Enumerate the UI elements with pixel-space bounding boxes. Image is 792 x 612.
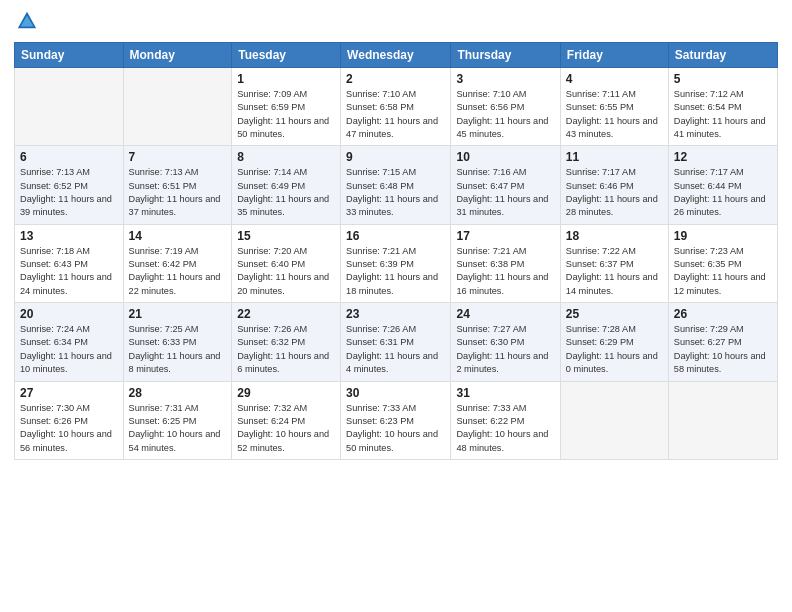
day-number: 22	[237, 307, 335, 321]
day-cell: 1Sunrise: 7:09 AM Sunset: 6:59 PM Daylig…	[232, 68, 341, 146]
day-cell	[560, 381, 668, 459]
day-cell: 9Sunrise: 7:15 AM Sunset: 6:48 PM Daylig…	[341, 146, 451, 224]
week-row-2: 6Sunrise: 7:13 AM Sunset: 6:52 PM Daylig…	[15, 146, 778, 224]
day-number: 26	[674, 307, 772, 321]
day-number: 29	[237, 386, 335, 400]
day-cell: 20Sunrise: 7:24 AM Sunset: 6:34 PM Dayli…	[15, 303, 124, 381]
day-info: Sunrise: 7:17 AM Sunset: 6:44 PM Dayligh…	[674, 166, 772, 219]
day-cell	[668, 381, 777, 459]
day-cell: 8Sunrise: 7:14 AM Sunset: 6:49 PM Daylig…	[232, 146, 341, 224]
day-cell: 21Sunrise: 7:25 AM Sunset: 6:33 PM Dayli…	[123, 303, 232, 381]
day-number: 27	[20, 386, 118, 400]
page: SundayMondayTuesdayWednesdayThursdayFrid…	[0, 0, 792, 612]
day-number: 31	[456, 386, 554, 400]
week-row-5: 27Sunrise: 7:30 AM Sunset: 6:26 PM Dayli…	[15, 381, 778, 459]
day-info: Sunrise: 7:15 AM Sunset: 6:48 PM Dayligh…	[346, 166, 445, 219]
day-number: 14	[129, 229, 227, 243]
day-info: Sunrise: 7:21 AM Sunset: 6:38 PM Dayligh…	[456, 245, 554, 298]
day-info: Sunrise: 7:11 AM Sunset: 6:55 PM Dayligh…	[566, 88, 663, 141]
day-cell: 14Sunrise: 7:19 AM Sunset: 6:42 PM Dayli…	[123, 224, 232, 302]
weekday-header-tuesday: Tuesday	[232, 43, 341, 68]
day-number: 2	[346, 72, 445, 86]
weekday-header-monday: Monday	[123, 43, 232, 68]
day-number: 8	[237, 150, 335, 164]
day-number: 19	[674, 229, 772, 243]
day-cell: 25Sunrise: 7:28 AM Sunset: 6:29 PM Dayli…	[560, 303, 668, 381]
day-number: 30	[346, 386, 445, 400]
day-cell: 27Sunrise: 7:30 AM Sunset: 6:26 PM Dayli…	[15, 381, 124, 459]
day-info: Sunrise: 7:16 AM Sunset: 6:47 PM Dayligh…	[456, 166, 554, 219]
week-row-1: 1Sunrise: 7:09 AM Sunset: 6:59 PM Daylig…	[15, 68, 778, 146]
day-info: Sunrise: 7:12 AM Sunset: 6:54 PM Dayligh…	[674, 88, 772, 141]
day-info: Sunrise: 7:13 AM Sunset: 6:52 PM Dayligh…	[20, 166, 118, 219]
day-info: Sunrise: 7:24 AM Sunset: 6:34 PM Dayligh…	[20, 323, 118, 376]
day-number: 13	[20, 229, 118, 243]
day-number: 21	[129, 307, 227, 321]
day-info: Sunrise: 7:33 AM Sunset: 6:23 PM Dayligh…	[346, 402, 445, 455]
day-cell: 11Sunrise: 7:17 AM Sunset: 6:46 PM Dayli…	[560, 146, 668, 224]
day-info: Sunrise: 7:17 AM Sunset: 6:46 PM Dayligh…	[566, 166, 663, 219]
day-info: Sunrise: 7:23 AM Sunset: 6:35 PM Dayligh…	[674, 245, 772, 298]
day-cell: 24Sunrise: 7:27 AM Sunset: 6:30 PM Dayli…	[451, 303, 560, 381]
day-number: 12	[674, 150, 772, 164]
day-cell: 12Sunrise: 7:17 AM Sunset: 6:44 PM Dayli…	[668, 146, 777, 224]
day-number: 3	[456, 72, 554, 86]
header	[14, 10, 778, 36]
day-cell: 22Sunrise: 7:26 AM Sunset: 6:32 PM Dayli…	[232, 303, 341, 381]
weekday-header-wednesday: Wednesday	[341, 43, 451, 68]
day-info: Sunrise: 7:26 AM Sunset: 6:32 PM Dayligh…	[237, 323, 335, 376]
day-cell: 16Sunrise: 7:21 AM Sunset: 6:39 PM Dayli…	[341, 224, 451, 302]
logo-icon	[16, 10, 38, 32]
day-cell: 2Sunrise: 7:10 AM Sunset: 6:58 PM Daylig…	[341, 68, 451, 146]
day-info: Sunrise: 7:20 AM Sunset: 6:40 PM Dayligh…	[237, 245, 335, 298]
weekday-header-saturday: Saturday	[668, 43, 777, 68]
day-info: Sunrise: 7:31 AM Sunset: 6:25 PM Dayligh…	[129, 402, 227, 455]
day-info: Sunrise: 7:10 AM Sunset: 6:58 PM Dayligh…	[346, 88, 445, 141]
day-number: 20	[20, 307, 118, 321]
day-number: 16	[346, 229, 445, 243]
day-info: Sunrise: 7:29 AM Sunset: 6:27 PM Dayligh…	[674, 323, 772, 376]
day-number: 15	[237, 229, 335, 243]
day-info: Sunrise: 7:18 AM Sunset: 6:43 PM Dayligh…	[20, 245, 118, 298]
day-info: Sunrise: 7:27 AM Sunset: 6:30 PM Dayligh…	[456, 323, 554, 376]
weekday-header-thursday: Thursday	[451, 43, 560, 68]
day-cell	[123, 68, 232, 146]
day-number: 1	[237, 72, 335, 86]
day-number: 25	[566, 307, 663, 321]
day-info: Sunrise: 7:10 AM Sunset: 6:56 PM Dayligh…	[456, 88, 554, 141]
day-number: 10	[456, 150, 554, 164]
day-cell: 30Sunrise: 7:33 AM Sunset: 6:23 PM Dayli…	[341, 381, 451, 459]
weekday-header-friday: Friday	[560, 43, 668, 68]
day-cell: 29Sunrise: 7:32 AM Sunset: 6:24 PM Dayli…	[232, 381, 341, 459]
day-cell: 17Sunrise: 7:21 AM Sunset: 6:38 PM Dayli…	[451, 224, 560, 302]
day-number: 7	[129, 150, 227, 164]
day-number: 4	[566, 72, 663, 86]
day-cell	[15, 68, 124, 146]
day-cell: 3Sunrise: 7:10 AM Sunset: 6:56 PM Daylig…	[451, 68, 560, 146]
day-cell: 23Sunrise: 7:26 AM Sunset: 6:31 PM Dayli…	[341, 303, 451, 381]
day-info: Sunrise: 7:32 AM Sunset: 6:24 PM Dayligh…	[237, 402, 335, 455]
day-info: Sunrise: 7:28 AM Sunset: 6:29 PM Dayligh…	[566, 323, 663, 376]
weekday-header-row: SundayMondayTuesdayWednesdayThursdayFrid…	[15, 43, 778, 68]
day-number: 17	[456, 229, 554, 243]
day-cell: 15Sunrise: 7:20 AM Sunset: 6:40 PM Dayli…	[232, 224, 341, 302]
day-cell: 10Sunrise: 7:16 AM Sunset: 6:47 PM Dayli…	[451, 146, 560, 224]
day-number: 28	[129, 386, 227, 400]
day-cell: 4Sunrise: 7:11 AM Sunset: 6:55 PM Daylig…	[560, 68, 668, 146]
day-cell: 31Sunrise: 7:33 AM Sunset: 6:22 PM Dayli…	[451, 381, 560, 459]
day-cell: 26Sunrise: 7:29 AM Sunset: 6:27 PM Dayli…	[668, 303, 777, 381]
day-cell: 18Sunrise: 7:22 AM Sunset: 6:37 PM Dayli…	[560, 224, 668, 302]
day-cell: 6Sunrise: 7:13 AM Sunset: 6:52 PM Daylig…	[15, 146, 124, 224]
day-number: 18	[566, 229, 663, 243]
day-number: 11	[566, 150, 663, 164]
day-info: Sunrise: 7:33 AM Sunset: 6:22 PM Dayligh…	[456, 402, 554, 455]
day-info: Sunrise: 7:26 AM Sunset: 6:31 PM Dayligh…	[346, 323, 445, 376]
day-number: 6	[20, 150, 118, 164]
day-info: Sunrise: 7:25 AM Sunset: 6:33 PM Dayligh…	[129, 323, 227, 376]
day-number: 9	[346, 150, 445, 164]
day-number: 5	[674, 72, 772, 86]
day-info: Sunrise: 7:21 AM Sunset: 6:39 PM Dayligh…	[346, 245, 445, 298]
day-info: Sunrise: 7:30 AM Sunset: 6:26 PM Dayligh…	[20, 402, 118, 455]
weekday-header-sunday: Sunday	[15, 43, 124, 68]
day-cell: 19Sunrise: 7:23 AM Sunset: 6:35 PM Dayli…	[668, 224, 777, 302]
